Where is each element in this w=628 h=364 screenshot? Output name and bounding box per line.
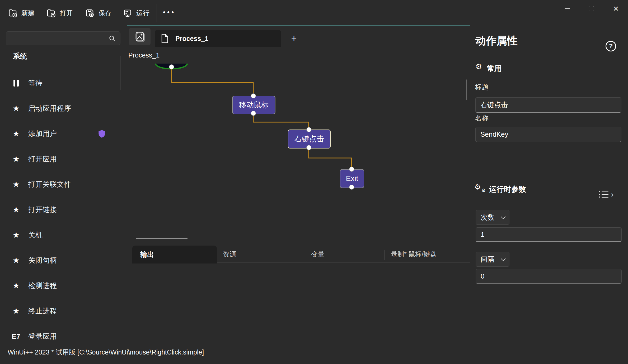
e7-icon: E7 — [11, 333, 21, 340]
star-icon: ★ — [11, 256, 21, 264]
canvas-horizontal-scrollbar[interactable] — [136, 238, 188, 239]
interval-dropdown-label: 间隔 — [481, 255, 494, 264]
new-button[interactable]: 新建 — [5, 4, 37, 21]
sidebar-item-label: 打开链接 — [28, 205, 57, 214]
port-rightclick-out[interactable] — [307, 145, 311, 150]
title-field-label: 标题 — [475, 83, 489, 92]
bottom-tab-divider — [469, 250, 469, 260]
bottom-tab-record[interactable]: 录制* 鼠标/键盘 — [391, 250, 437, 258]
star-icon: ★ — [11, 282, 21, 290]
sidebar-item-label: 关机 — [28, 230, 43, 240]
gear-icon: ⚙ — [475, 63, 482, 70]
star-icon: ★ — [11, 130, 21, 138]
canvas-vertical-scrollbar[interactable] — [466, 79, 467, 100]
save-floppy-icon — [85, 8, 95, 18]
close-button[interactable]: ✕ — [610, 2, 622, 15]
tab-process-1[interactable]: Process_1 — [155, 30, 281, 47]
open-folder-icon — [46, 8, 56, 18]
param-list-button[interactable]: › — [599, 191, 614, 198]
count-dropdown-label: 次数 — [481, 213, 494, 222]
bottom-tab-resources[interactable]: 资源 — [223, 250, 236, 258]
port-rightclick-in[interactable] — [307, 127, 311, 132]
count-value-input[interactable] — [476, 227, 622, 242]
star-icon: ★ — [11, 155, 21, 163]
star-icon: ★ — [11, 180, 21, 188]
runtime-params-header: 运行时参数 — [489, 184, 526, 194]
minimize-button[interactable] — [561, 2, 574, 15]
port-exit-in[interactable] — [349, 167, 354, 171]
document-icon — [161, 34, 168, 43]
add-tab-button[interactable]: + — [288, 32, 300, 44]
sidebar-item-label: 关闭句柄 — [28, 256, 57, 265]
search-input[interactable] — [10, 33, 106, 44]
minimize-icon — [565, 8, 570, 9]
port-move-in[interactable] — [251, 94, 256, 98]
sidebar-item-wait[interactable]: 等待 — [0, 75, 120, 92]
sidebar-item-label: 启动应用程序 — [28, 104, 71, 113]
sidebar-item-open-app[interactable]: ★ 打开应用 — [0, 151, 120, 167]
name-field-label: 名称 — [475, 114, 489, 123]
count-dropdown[interactable]: 次数 — [476, 210, 509, 225]
sidebar-item-shutdown[interactable]: ★ 关机 — [0, 227, 120, 243]
interval-value-input[interactable] — [476, 269, 622, 284]
sidebar-item-label: 等待 — [28, 78, 43, 88]
title-field-input[interactable] — [475, 97, 621, 113]
save-button-label: 保存 — [99, 9, 112, 17]
sidebar-item-label: 打开关联文件 — [28, 180, 71, 189]
flow-canvas[interactable]: Process_1 移动鼠标 右键点击 Exit — [127, 47, 470, 246]
wire-start-to-move — [171, 67, 253, 96]
maximize-icon — [589, 6, 594, 11]
port-exit-out[interactable] — [349, 185, 354, 189]
sidebar-item-open-assoc-file[interactable]: ★ 打开关联文件 — [0, 176, 120, 193]
sidebar-item-label: 终止进程 — [28, 306, 57, 316]
sidebar-item-label: 添加用户 — [28, 129, 57, 138]
list-icon — [599, 191, 608, 198]
admin-shield-icon — [98, 130, 105, 138]
sidebar-item-open-link[interactable]: ★ 打开链接 — [0, 201, 120, 218]
interval-dropdown[interactable]: 间隔 — [476, 252, 509, 267]
open-button[interactable]: 打开 — [43, 4, 76, 21]
star-icon: ★ — [11, 307, 21, 315]
sidebar-item-detect-process[interactable]: ★ 检测进程 — [0, 277, 120, 294]
sidebar-item-label: 打开应用 — [28, 154, 57, 164]
chevron-right-icon: › — [611, 191, 614, 198]
save-button[interactable]: 保存 — [82, 4, 114, 21]
name-field-input[interactable] — [475, 127, 621, 142]
pause-icon — [11, 80, 21, 87]
search-icon — [109, 35, 116, 42]
sidebar-item-kill-process[interactable]: ★ 终止进程 — [0, 303, 120, 319]
wire-move-to-rightclick — [253, 113, 309, 130]
help-button[interactable]: ? — [606, 41, 616, 51]
bottom-tabs-underline — [217, 262, 470, 263]
maximize-button[interactable] — [585, 2, 598, 15]
gears-icon-small: ⚙ — [481, 188, 486, 193]
status-bar-text: WinUi++ 2023 * 试用版 [C:\Source\WinUi\mous… — [8, 348, 204, 357]
app-window: 新建 打开 保存 运行 ••• ✕ 系统 — [0, 0, 628, 364]
sidebar-section-title: 系统 — [13, 51, 27, 61]
bottom-tab-divider — [300, 250, 300, 260]
bottom-tab-label: 输出 — [140, 250, 154, 259]
chevron-down-icon — [501, 256, 505, 261]
accent-divider — [127, 25, 470, 26]
toolbar-divider — [157, 4, 157, 22]
tab-label: Process_1 — [175, 35, 208, 42]
open-button-label: 打开 — [60, 9, 73, 17]
run-button[interactable]: 运行 — [120, 4, 152, 21]
port-start-out[interactable] — [169, 65, 174, 69]
gears-icon: ⚙ — [474, 183, 481, 191]
sidebar-item-launch-app[interactable]: ★ 启动应用程序 — [0, 100, 120, 117]
bottom-tab-variables[interactable]: 变量 — [311, 250, 324, 258]
image-view-button[interactable] — [129, 28, 151, 45]
port-move-out[interactable] — [251, 111, 256, 116]
question-icon: ? — [609, 42, 613, 50]
chevron-down-icon — [501, 214, 505, 219]
sidebar-item-close-handle[interactable]: ★ 关闭句柄 — [0, 252, 120, 269]
sidebar-item-label: 检测进程 — [28, 281, 57, 290]
sidebar-item-login-app[interactable]: E7 登录应用 — [0, 328, 120, 345]
more-button[interactable]: ••• — [163, 8, 176, 16]
sidebar-item-label: 登录应用 — [28, 332, 57, 341]
new-folder-icon — [8, 8, 18, 18]
run-button-label: 运行 — [136, 9, 149, 17]
bottom-tab-output[interactable]: 输出 — [132, 246, 217, 264]
star-icon: ★ — [11, 231, 21, 239]
